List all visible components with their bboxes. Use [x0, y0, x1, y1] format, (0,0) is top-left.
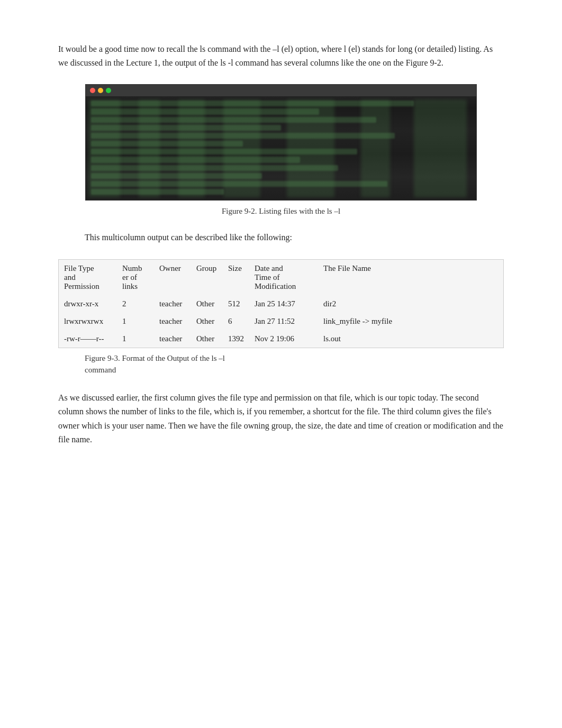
col-header-size: Size: [223, 260, 249, 295]
cell-group-2: Other: [191, 313, 223, 330]
intro-paragraph: It would be a good time now to recall th…: [58, 42, 504, 69]
cell-date-3: Nov 2 19:06: [249, 330, 318, 348]
blur-col-4: [223, 99, 260, 197]
cell-size-2: 6: [223, 313, 249, 330]
cell-owner-1: teacher: [154, 295, 191, 313]
col-header-owner: Owner: [154, 260, 191, 295]
terminal-dot-red: [90, 88, 95, 93]
table-row: drwxr-xr-x 2 teacher Other 512 Jan 25 14…: [59, 295, 503, 313]
multicolumn-text: This multicolumn output can be described…: [85, 231, 504, 244]
table-wrapper: File Type and Permission Numb er of link…: [58, 259, 504, 348]
blur-col-2: [139, 99, 160, 197]
terminal-bar: [86, 85, 476, 96]
cell-owner-3: teacher: [154, 330, 191, 348]
col-header-numb: Numb er of links: [117, 260, 154, 295]
cell-file-type-3: -rw-r——r--: [59, 330, 117, 348]
cell-numb-3: 1: [117, 330, 154, 348]
blur-col-3: [178, 99, 205, 197]
terminal-dot-yellow: [98, 88, 103, 93]
cell-filename-3: ls.out: [318, 330, 503, 348]
cell-filename-2: link_myfile -> myfile: [318, 313, 503, 330]
col-header-date: Date and Time of Modification: [249, 260, 318, 295]
cell-size-1: 512: [223, 295, 249, 313]
cell-owner-2: teacher: [154, 313, 191, 330]
cell-numb-1: 2: [117, 295, 154, 313]
terminal-dot-green: [106, 88, 111, 93]
blur-col-1: [88, 99, 120, 197]
cell-date-2: Jan 27 11:52: [249, 313, 318, 330]
col-header-group: Group: [191, 260, 223, 295]
figure-2-container: Figure 9-2. Listing files with the ls –l: [58, 84, 504, 216]
table-row: -rw-r——r-- 1 teacher Other 1392 Nov 2 19…: [59, 330, 503, 348]
cell-group-3: Other: [191, 330, 223, 348]
figure-3-caption: Figure 9-3. Format of the Output of the …: [85, 352, 504, 376]
cell-numb-2: 1: [117, 313, 154, 330]
figure-2-caption: Figure 9-2. Listing files with the ls –l: [222, 207, 340, 216]
figure-2-image: [85, 84, 477, 201]
blur-col-6: [361, 99, 390, 197]
col-header-filename: The File Name: [318, 260, 503, 295]
terminal-line: [91, 108, 319, 114]
ls-output-table: File Type and Permission Numb er of link…: [59, 260, 503, 348]
blur-col-5: [287, 99, 334, 197]
cell-size-3: 1392: [223, 330, 249, 348]
blur-col-7: [414, 99, 467, 197]
col-header-file-type: File Type and Permission: [59, 260, 117, 295]
table-row: lrwxrwxrwx 1 teacher Other 6 Jan 27 11:5…: [59, 313, 503, 330]
closing-paragraph: As we discussed earlier, the first colum…: [58, 391, 504, 447]
table-header-row: File Type and Permission Numb er of link…: [59, 260, 503, 295]
cell-filename-1: dir2: [318, 295, 503, 313]
cell-group-1: Other: [191, 295, 223, 313]
cell-file-type-1: drwxr-xr-x: [59, 295, 117, 313]
cell-date-1: Jan 25 14:37: [249, 295, 318, 313]
cell-file-type-2: lrwxrwxrwx: [59, 313, 117, 330]
